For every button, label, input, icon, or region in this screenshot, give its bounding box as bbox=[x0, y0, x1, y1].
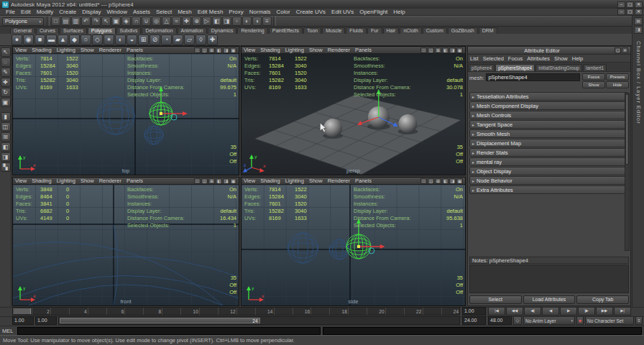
status-line-icon[interactable]: ⊕ bbox=[192, 17, 201, 26]
menu-item[interactable]: Mesh bbox=[175, 9, 195, 15]
shelf-tool-icon[interactable]: ◇ bbox=[92, 34, 103, 45]
viewport-toolbar-icon[interactable]: □ bbox=[194, 47, 201, 53]
attribute-section-header[interactable]: ▸ Node Behavior bbox=[469, 176, 628, 185]
viewport-toolbar-icon[interactable]: ⊞ bbox=[435, 47, 441, 53]
viewport-menu-item[interactable]: Lighting bbox=[285, 47, 304, 53]
viewport-panel-front[interactable]: ViewShadingLightingShowRendererPanels □◫… bbox=[12, 177, 239, 306]
time-slider[interactable]: 24681012141618202224 bbox=[12, 307, 460, 316]
viewport-menu-item[interactable]: Lighting bbox=[57, 178, 75, 184]
ae-menu-item[interactable]: Attributes bbox=[527, 55, 550, 62]
tool-icon[interactable]: ✎ bbox=[1, 68, 11, 77]
menu-item[interactable]: Modify bbox=[34, 9, 57, 15]
viewport-menu-item[interactable]: Show bbox=[309, 47, 323, 53]
ae-menu-item[interactable]: Help bbox=[572, 55, 583, 62]
script-output-field[interactable] bbox=[323, 327, 642, 335]
attribute-section-header[interactable]: ▸ Render Stats bbox=[469, 148, 628, 157]
shelf-tab[interactable]: GoZBrush bbox=[448, 27, 478, 34]
playback-button[interactable]: ◀| bbox=[524, 307, 541, 316]
channel-box-layer-editor-tab[interactable]: Channel Box / Layer Editor bbox=[635, 41, 642, 124]
viewport-toolbar-icon[interactable]: ▣ bbox=[456, 178, 463, 184]
status-line-icon[interactable]: ∩ bbox=[132, 17, 141, 26]
viewport-menu-item[interactable]: Renderer bbox=[99, 47, 121, 53]
viewport-toolbar-icon[interactable]: □ bbox=[420, 178, 427, 184]
viewport-toolbar-icon[interactable]: ◧ bbox=[442, 47, 448, 53]
layout-shortcut-icon[interactable]: ▮ bbox=[1, 112, 11, 121]
viewport-menu-item[interactable]: Show bbox=[80, 47, 94, 53]
viewport-canvas-top[interactable]: Verts:78141522Edges:152843040Faces:76011… bbox=[13, 54, 239, 175]
shelf-tool-icon[interactable]: ▲ bbox=[58, 34, 68, 45]
viewport-menu-item[interactable]: Shading bbox=[32, 47, 52, 53]
viewport-menu-item[interactable]: View bbox=[244, 178, 255, 184]
notes-textarea[interactable] bbox=[469, 264, 629, 293]
shelf-tab[interactable]: General bbox=[10, 27, 35, 34]
ae-scrollbar-thumb[interactable] bbox=[625, 94, 629, 165]
viewport-menu-item[interactable]: Panels bbox=[355, 178, 372, 184]
attribute-section-header[interactable]: ▸ Displacement Map bbox=[469, 139, 628, 147]
status-line-icon[interactable]: ◨ bbox=[222, 17, 231, 26]
attribute-editor-toggle-icon[interactable]: ▤ bbox=[634, 17, 643, 25]
shelf-tool-icon[interactable]: ⊘ bbox=[150, 34, 160, 45]
playback-button[interactable]: ◀ bbox=[542, 307, 559, 316]
node-name-field[interactable]: pSphereShape4 bbox=[486, 73, 580, 81]
shelf-tab[interactable]: Animation bbox=[178, 27, 207, 34]
tool-icon[interactable]: ◌ bbox=[1, 58, 11, 67]
menu-item[interactable]: Create bbox=[56, 9, 79, 15]
playback-button[interactable]: ◀◀ bbox=[506, 307, 523, 316]
shelf-tab[interactable]: Fluids bbox=[346, 27, 367, 34]
ae-node-tab[interactable]: pSphereShape4 bbox=[495, 64, 535, 71]
status-line-icon[interactable]: ↷ bbox=[91, 17, 101, 26]
shelf-tool-icon[interactable]: ◆ bbox=[69, 34, 80, 45]
ae-footer-button[interactable]: Select bbox=[469, 295, 522, 304]
menu-item[interactable]: Window bbox=[104, 9, 130, 15]
attribute-section-header[interactable]: ▸ Mesh Controls bbox=[469, 111, 628, 119]
viewport-menu-item[interactable]: Show bbox=[309, 178, 323, 184]
anim-layer-menu[interactable]: No Anim Layer ▾ bbox=[523, 316, 575, 325]
status-line-icon[interactable]: ✚ bbox=[182, 17, 191, 26]
shelf-tool-icon[interactable]: ⊞ bbox=[138, 34, 149, 45]
viewport-toolbar-icon[interactable]: ▣ bbox=[230, 178, 236, 184]
character-set-menu[interactable]: No Character Set bbox=[585, 316, 634, 325]
shelf-tool-icon[interactable]: ◐ bbox=[115, 34, 126, 45]
playback-button[interactable]: |◀ bbox=[488, 307, 505, 316]
viewport-toolbar-icon[interactable]: □ bbox=[194, 178, 201, 184]
range-slider[interactable]: 24 bbox=[58, 316, 460, 325]
toolbar-separator[interactable] bbox=[47, 17, 50, 26]
viewport-menu-item[interactable]: Shading bbox=[260, 178, 280, 184]
status-line-icon[interactable]: ▤ bbox=[61, 17, 70, 26]
ae-header-button[interactable]: Hide bbox=[606, 81, 629, 88]
layout-shortcut-icon[interactable]: ◨ bbox=[1, 152, 11, 162]
viewport-menu-item[interactable]: Lighting bbox=[285, 178, 304, 184]
viewport-menu-item[interactable]: Panels bbox=[126, 47, 143, 53]
viewport-toolbar-icon[interactable]: □ bbox=[420, 47, 427, 53]
layout-shortcut-icon[interactable]: ◫ bbox=[1, 122, 11, 132]
maximize-button[interactable]: ▢ bbox=[626, 1, 634, 8]
menu-item[interactable]: OpenFlight bbox=[356, 9, 390, 15]
shelf-tab[interactable]: Muscle bbox=[322, 27, 345, 34]
ae-header-button[interactable]: Focus bbox=[582, 73, 605, 80]
attribute-section-header[interactable]: ▸ Object Display bbox=[469, 167, 628, 175]
shelf-tool-icon[interactable]: ✚ bbox=[207, 34, 218, 45]
viewport-panel-top[interactable]: ViewShadingLightingShowRendererPanels □◫… bbox=[12, 46, 239, 175]
attribute-section-header[interactable]: ▸ Extra Attributes bbox=[469, 185, 628, 194]
menu-item[interactable]: File bbox=[3, 9, 18, 15]
menu-item[interactable]: Create UVs bbox=[293, 9, 328, 15]
viewport-toolbar-icon[interactable]: ⊞ bbox=[435, 178, 441, 184]
menu-item[interactable]: Assets bbox=[130, 9, 153, 15]
viewport-toolbar-icon[interactable]: ◨ bbox=[449, 47, 456, 53]
menu-item[interactable]: Display bbox=[79, 9, 104, 15]
shelf-tool-icon[interactable]: ◉ bbox=[23, 34, 34, 45]
ae-menu-item[interactable]: Show bbox=[554, 55, 568, 62]
minimize-button[interactable]: – bbox=[617, 1, 625, 8]
viewport-menu-item[interactable]: Show bbox=[80, 178, 94, 184]
shelf-tab[interactable]: Hair bbox=[383, 27, 400, 34]
shelf-tool-icon[interactable]: ○ bbox=[80, 34, 91, 45]
shelf-tab[interactable]: DRM bbox=[479, 27, 497, 34]
status-line-icon[interactable]: □ bbox=[51, 17, 60, 26]
ae-footer-button[interactable]: Copy Tab bbox=[576, 295, 629, 304]
shelf-tool-icon[interactable]: ▬ bbox=[46, 34, 57, 45]
shelf-tab[interactable]: Curves bbox=[36, 27, 59, 34]
viewport-toolbar-icon[interactable]: ⊞ bbox=[208, 178, 215, 184]
shelf-tab[interactable]: Fur bbox=[367, 27, 382, 34]
shelf-tool-icon[interactable]: ■ bbox=[34, 34, 45, 45]
viewport-toolbar-icon[interactable]: ◧ bbox=[216, 178, 222, 184]
